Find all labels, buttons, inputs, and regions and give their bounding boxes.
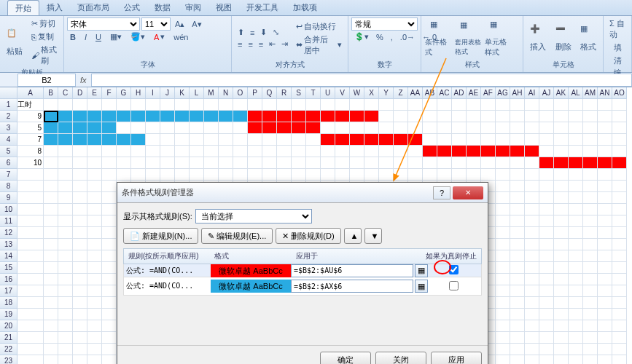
cell[interactable]: [452, 146, 467, 157]
cell[interactable]: [569, 227, 583, 239]
cell[interactable]: [58, 122, 73, 134]
row-header[interactable]: 9: [0, 192, 17, 204]
cell-style-button[interactable]: ▦单元格样式: [484, 18, 512, 59]
cell[interactable]: [525, 169, 539, 181]
col-header[interactable]: O: [233, 87, 248, 99]
cell[interactable]: [335, 157, 350, 169]
cell[interactable]: [525, 134, 539, 146]
col-header[interactable]: T: [306, 87, 321, 99]
cell[interactable]: [292, 157, 306, 169]
cell[interactable]: [350, 146, 364, 157]
cell[interactable]: [17, 215, 44, 227]
col-header[interactable]: AI: [525, 87, 539, 99]
cell[interactable]: [321, 99, 335, 111]
cell[interactable]: [569, 146, 583, 157]
cell[interactable]: [87, 285, 102, 297]
cell[interactable]: [292, 99, 306, 111]
cell[interactable]: [58, 309, 73, 320]
cell[interactable]: [394, 146, 408, 157]
cell[interactable]: [452, 111, 467, 122]
cell[interactable]: [321, 146, 335, 157]
bold-button[interactable]: B: [67, 31, 79, 42]
cell[interactable]: [17, 285, 44, 297]
cell[interactable]: [452, 122, 467, 134]
cell[interactable]: [423, 146, 437, 157]
cell[interactable]: [87, 134, 102, 146]
indent-dec-button[interactable]: ⇤: [266, 39, 278, 50]
tab-formula[interactable]: 公式: [117, 0, 147, 15]
cell[interactable]: [73, 169, 87, 181]
cell[interactable]: [481, 122, 496, 134]
row-header[interactable]: 2: [0, 111, 17, 122]
cell[interactable]: [131, 99, 146, 111]
col-header[interactable]: AF: [481, 87, 496, 99]
cell[interactable]: [539, 250, 554, 262]
cell[interactable]: [117, 99, 131, 111]
tab-layout[interactable]: 页面布局: [70, 0, 117, 15]
cell[interactable]: [598, 320, 612, 332]
cell[interactable]: [539, 320, 554, 332]
cell[interactable]: [102, 215, 117, 227]
cell[interactable]: [248, 99, 262, 111]
cell[interactable]: [102, 204, 117, 215]
cell[interactable]: [510, 99, 525, 111]
cell[interactable]: [277, 169, 292, 181]
cell[interactable]: [131, 122, 146, 134]
cell[interactable]: [612, 111, 627, 122]
col-header[interactable]: R: [277, 87, 292, 99]
cell[interactable]: [510, 122, 525, 134]
cell[interactable]: [583, 204, 598, 215]
cell[interactable]: [219, 146, 233, 157]
cell[interactable]: [598, 111, 612, 122]
cell[interactable]: [569, 309, 583, 320]
cell[interactable]: [321, 157, 335, 169]
cell[interactable]: [583, 309, 598, 320]
cell[interactable]: [598, 157, 612, 169]
tab-addin[interactable]: 加载项: [286, 0, 324, 15]
cell[interactable]: [58, 297, 73, 309]
cell[interactable]: [496, 192, 510, 204]
cell[interactable]: [44, 285, 58, 297]
cell[interactable]: [583, 215, 598, 227]
tab-home[interactable]: 开始: [7, 0, 39, 15]
orient-button[interactable]: ⤡: [270, 27, 282, 38]
cell[interactable]: [277, 99, 292, 111]
cell[interactable]: [58, 146, 73, 157]
cell[interactable]: [539, 309, 554, 320]
cell[interactable]: [569, 320, 583, 332]
cell[interactable]: [73, 344, 87, 355]
cell[interactable]: [423, 99, 437, 111]
cell[interactable]: [598, 99, 612, 111]
cell[interactable]: [612, 250, 627, 262]
cell[interactable]: [496, 274, 510, 285]
cell[interactable]: [364, 146, 379, 157]
cell[interactable]: [306, 169, 321, 181]
cell[interactable]: [321, 134, 335, 146]
row-header[interactable]: 7: [0, 169, 17, 181]
cell[interactable]: [87, 344, 102, 355]
cell[interactable]: [87, 227, 102, 239]
cell[interactable]: [598, 309, 612, 320]
cell[interactable]: [17, 204, 44, 215]
cell[interactable]: [44, 122, 58, 134]
show-rules-select[interactable]: 当前选择: [195, 209, 312, 223]
cell[interactable]: [146, 122, 160, 134]
insert-cells-button[interactable]: ➕插入: [526, 18, 550, 59]
cell[interactable]: [58, 215, 73, 227]
cell[interactable]: [102, 274, 117, 285]
cell[interactable]: [481, 134, 496, 146]
cell[interactable]: [73, 250, 87, 262]
cell[interactable]: [496, 344, 510, 355]
cell[interactable]: [102, 285, 117, 297]
cell[interactable]: [146, 111, 160, 122]
row-header[interactable]: 8: [0, 181, 17, 192]
cell[interactable]: [233, 146, 248, 157]
cell[interactable]: [219, 111, 233, 122]
cell[interactable]: [510, 169, 525, 181]
cell[interactable]: [73, 355, 87, 364]
cell[interactable]: [598, 355, 612, 364]
cell[interactable]: [437, 111, 452, 122]
cell[interactable]: [481, 157, 496, 169]
cell[interactable]: [44, 157, 58, 169]
cell[interactable]: [58, 192, 73, 204]
